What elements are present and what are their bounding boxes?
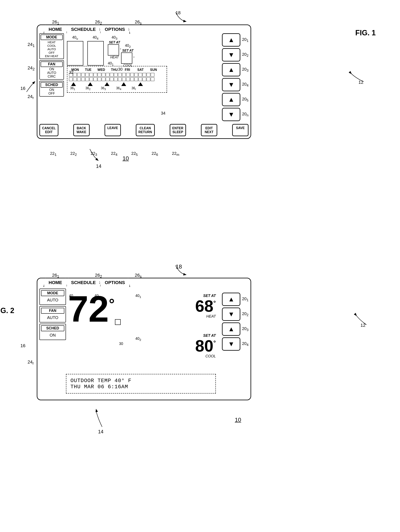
set-at-heat-label-fig1: SET AT [109, 41, 120, 44]
btn-up-205[interactable]: ▲ [222, 93, 240, 106]
mode-item-emheat: EM HEAT [41, 54, 63, 58]
sched-val-fig2: ON [41, 332, 64, 338]
sblock [114, 77, 118, 81]
tab-schedule-fig2[interactable]: SCHEDULE ✕ [67, 278, 101, 287]
fan-item-on: ON [41, 67, 63, 71]
btn-up-203-fig2[interactable]: ▲ [222, 323, 240, 336]
fan-box-fig2[interactable]: FAN AUTO [39, 306, 66, 323]
ref-241: 241 [28, 42, 35, 48]
btn-down-202-fig2[interactable]: ▼ [222, 308, 240, 321]
sblock [126, 73, 130, 76]
btn-up-201[interactable]: ▲ [222, 33, 240, 47]
ref-32: 32 [69, 70, 74, 75]
ref-16-fig2: 16 [20, 343, 25, 348]
sblock [134, 77, 138, 81]
ref-221: 221 [50, 151, 57, 157]
btn-return-label: RETURN [139, 130, 152, 134]
fig1-label: FIG. 1 [355, 29, 376, 37]
btn-leave[interactable]: LEAVE [105, 124, 121, 136]
fan-val-fig2: AUTO [41, 315, 64, 321]
ref-205: 205 [242, 97, 248, 102]
sblock [110, 77, 114, 81]
arrow-14-fig2 [78, 408, 129, 429]
tab-home-fig2[interactable]: HOME [44, 278, 67, 287]
btn-down-202[interactable]: ▼ [222, 48, 240, 62]
tab-options-fig1[interactable]: OPTIONS ✕ [100, 25, 130, 34]
info-display-fig2: OUTDOOR TEMP 40° F THU MAR 06 6:16AM [66, 374, 216, 393]
set-at-cool-label-fig1: SET AT [122, 49, 133, 52]
sblock [77, 77, 81, 81]
tab-x-2: ✕ [128, 27, 131, 32]
right-buttons-fig2: ▲ 201 ▼ 202 ▲ 203 ▼ 204 [222, 293, 248, 351]
sblock [147, 73, 150, 76]
schedule-days-row: MON TUE WED THU FRI SAT SUN [69, 68, 165, 72]
btn-up-203[interactable]: ▲ [222, 63, 240, 76]
day-sun: SUN [147, 68, 160, 72]
placeholder-40u [67, 41, 83, 66]
btn-up-201-fig2[interactable]: ▲ [222, 293, 240, 306]
tab-options-label-fig1: OPTIONS [105, 27, 125, 32]
sblock [139, 73, 142, 76]
btn-edit-next[interactable]: EDIT NEXT [201, 124, 217, 136]
fan-box-fig1[interactable]: FAN ON AUTO CIRC [39, 60, 64, 80]
sblock [143, 77, 146, 81]
mode-box-fig1[interactable]: MODE HEAT COOL AUTO OFF EM HEAT [39, 33, 64, 59]
sched-item-on: ON [41, 88, 63, 92]
sblock [143, 73, 146, 76]
tab-home-fig1[interactable]: HOME [44, 25, 67, 34]
ref-40u-fig2: 40u [69, 294, 75, 298]
tab-options-fig2[interactable]: OPTIONS [100, 278, 130, 287]
left-panel-fig1: MODE HEAT COOL AUTO OFF EM HEAT FAN ON A… [39, 33, 64, 125]
sblock [114, 73, 118, 76]
tab-schedule-fig1[interactable]: SCHEDULE ✕ [67, 25, 101, 34]
tab-home-label-fig1: HOME [49, 27, 62, 32]
fan-item-circ: CIRC [41, 75, 63, 78]
sblock [118, 77, 122, 81]
btn-cancel-label: CANCEL [42, 126, 56, 130]
day-wed: WED [95, 68, 108, 72]
sblock [73, 77, 77, 81]
sblock [110, 73, 114, 76]
sched-box-fig1[interactable]: SCHED ON OFF [39, 81, 64, 97]
tri-364 [121, 82, 126, 86]
sched-box-fig2[interactable]: SCHED ON [39, 324, 66, 340]
btn-save[interactable]: SAVE [232, 124, 248, 136]
setat-cool-panel-fig2: SET AT 80° COOL [195, 334, 216, 358]
mode-val-fig2: AUTO [41, 297, 64, 303]
sblock [130, 77, 134, 81]
ref-12-fig1: 12 [359, 80, 363, 85]
sblock [85, 73, 89, 76]
btn-down-204[interactable]: ▼ [222, 78, 240, 91]
sblock [134, 73, 138, 76]
sblock [139, 77, 142, 81]
btn-down-204-fig2[interactable]: ▼ [222, 337, 240, 351]
btn-cancel-edit[interactable]: CANCEL EDIT [39, 124, 58, 136]
sblock [94, 73, 97, 76]
btn-clean-return[interactable]: CLEAN RETURN [136, 124, 155, 136]
sblock [73, 73, 77, 76]
btn-down-20n[interactable]: ▼ [222, 108, 240, 121]
ref-361: 361 [70, 86, 75, 91]
ref-363: 363 [101, 86, 106, 91]
sblock [102, 77, 105, 81]
day-sat: SAT [134, 68, 147, 72]
ref-225: 225 [131, 151, 138, 157]
mode-box-fig2[interactable]: MODE AUTO [39, 289, 66, 305]
arrow-18-fig2 [139, 261, 190, 278]
ref-20n: 20n [242, 112, 248, 117]
device-tabs-fig2: HOME SCHEDULE ✕ OPTIONS [44, 278, 129, 287]
ref-12-fig2: 12 [361, 323, 366, 328]
ref-18-fig1: 18 [176, 10, 180, 16]
btn-next-label: NEXT [205, 130, 214, 134]
arrow-18-fig1 [139, 8, 190, 25]
heat-temp-value: 68 [195, 298, 213, 314]
mode-item-cool: COOL [41, 44, 63, 47]
btn-enter-label: ENTER [172, 126, 183, 130]
btn-enter-sleep[interactable]: ENTER SLEEP [170, 124, 186, 136]
placeholder-setat-cool [121, 52, 132, 64]
btn-back-wake[interactable]: BACK WAKE [73, 124, 90, 136]
ref-10-fig2: 10 [235, 417, 241, 423]
tri-362 [88, 82, 93, 86]
sblock [98, 73, 101, 76]
sblock [106, 77, 109, 81]
